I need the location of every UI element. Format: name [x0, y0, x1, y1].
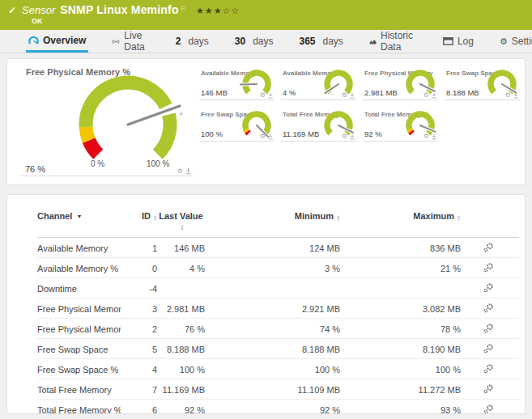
channel-id: 6	[121, 400, 157, 415]
gauge-value: 76 %	[25, 164, 45, 174]
channel-settings-icon[interactable]	[483, 364, 494, 374]
value-marker-icon: ✕	[179, 111, 183, 116]
channel-name: Available Memory	[37, 238, 121, 258]
gear-icon[interactable]: ⚙	[177, 168, 183, 175]
priority-stars[interactable]: ★★★☆☆	[196, 6, 240, 16]
gauge-actions: ⚙	[260, 92, 273, 99]
tab-historic-data[interactable]: Historic Data	[367, 30, 419, 53]
channel-name: Downtime	[37, 278, 121, 298]
gauge-actions: ⚙	[505, 92, 518, 99]
channel-id: 2	[121, 319, 157, 339]
column-header-id[interactable]: ID▲▼	[121, 206, 157, 238]
tab-bar: Overview Live Data 2 days 30 days 365 da…	[0, 30, 532, 53]
divider	[199, 141, 275, 142]
broadcast-icon	[112, 37, 120, 46]
column-header-last-value[interactable]: Last Value▲▼	[157, 206, 205, 238]
gauge-actions: ⚙	[260, 133, 273, 140]
gear-icon[interactable]: ⚙	[505, 92, 511, 99]
channel-settings-icon[interactable]	[483, 303, 494, 313]
channel-last-value: 100 %	[157, 359, 205, 379]
tab-live-data[interactable]: Live Data	[109, 30, 151, 53]
sort-icon: ▲▼	[336, 215, 340, 221]
chart-icon	[369, 37, 377, 46]
pin-icon[interactable]	[268, 93, 273, 99]
tab-label: Overview	[43, 35, 86, 46]
channel-row: Available Memory1146 MB124 MB836 MB	[37, 238, 519, 258]
divider	[445, 99, 520, 100]
small-gauge-cell: Total Free Memory % 92 % ⚙	[363, 105, 445, 146]
table-header-row: Channel▼ ID▲▼ Last Value▲▼ Minimum▲▼ Max…	[37, 206, 519, 238]
gauge-actions: ⚙	[423, 133, 436, 140]
small-gauge-cell: Total Free Memory 11.169 MB ⚙	[281, 105, 363, 146]
status-check-icon: ✓	[8, 5, 16, 16]
gauge-min-label: 0 %	[91, 159, 104, 168]
divider	[199, 99, 275, 100]
page-title: SNMP Linux Meminfo	[60, 3, 178, 16]
sort-icon: ▲▼	[153, 215, 157, 221]
status-badge: OK	[32, 17, 532, 25]
tab-365-days[interactable]: 365 days	[296, 30, 345, 53]
sort-icon: ▲▼	[181, 225, 185, 231]
channel-name: Total Free Memory	[37, 379, 121, 400]
channel-maximum: 3.082 MB	[340, 298, 461, 319]
channel-settings-icon[interactable]	[483, 324, 494, 333]
channel-settings-icon[interactable]	[483, 283, 494, 293]
divider	[21, 176, 193, 176]
channel-maximum	[340, 278, 461, 298]
pin-icon[interactable]	[350, 93, 355, 99]
gauge-icon	[28, 36, 39, 45]
tab-settings[interactable]: ⚙ Settings	[497, 30, 532, 53]
gear-icon[interactable]: ⚙	[423, 133, 429, 140]
gear-icon[interactable]: ⚙	[260, 133, 266, 140]
tab-30-days[interactable]: 30 days	[232, 30, 276, 53]
channel-settings-icon[interactable]	[483, 404, 494, 414]
pin-icon[interactable]	[268, 134, 273, 140]
channel-row: Total Free Memory711.169 MB11.109 MB11.2…	[37, 379, 519, 400]
channel-settings-icon[interactable]	[483, 263, 494, 273]
channel-row: Free Swap Space58.188 MB8.188 MB8.190 MB	[37, 339, 519, 359]
pin-icon[interactable]	[185, 168, 191, 175]
tab-label: days	[188, 36, 208, 47]
gauge-value: 146 MB	[201, 88, 228, 97]
channel-minimum: 2.921 MB	[205, 298, 340, 319]
channel-maximum: 836 MB	[340, 238, 461, 258]
channel-last-value	[157, 278, 205, 298]
object-kind-label: Sensor	[22, 4, 55, 16]
tab-log[interactable]: Log	[440, 30, 476, 53]
gear-icon[interactable]: ⚙	[260, 92, 266, 99]
small-gauge-cell: Available Memory 146 MB ⚙	[199, 64, 281, 104]
gear-icon[interactable]: ⚙	[423, 92, 429, 99]
channel-table-panel: Channel▼ ID▲▼ Last Value▲▼ Minimum▲▼ Max…	[6, 194, 526, 414]
channel-minimum: 11.109 MB	[205, 379, 340, 400]
channel-id: 1	[121, 238, 157, 258]
channel-settings-icon[interactable]	[483, 344, 494, 353]
pin-icon[interactable]	[350, 134, 355, 140]
column-header-channel[interactable]: Channel▼	[37, 206, 121, 238]
channel-name: Free Swap Space	[37, 339, 121, 359]
tab-label: Settings	[512, 36, 532, 47]
divider	[363, 141, 438, 142]
gauges-panel: Free Physical Memory % ✕ 0 % 100 % 76 % …	[6, 58, 526, 185]
gauge-actions: ⚙	[342, 133, 355, 140]
pin-icon[interactable]	[432, 134, 436, 140]
gear-icon[interactable]: ⚙	[342, 133, 347, 140]
channel-maximum: 100 %	[340, 359, 461, 379]
gauge-value: 2.981 MB	[364, 88, 398, 97]
channel-last-value: 2.981 MB	[157, 298, 205, 319]
column-header-minimum[interactable]: Minimum▲▼	[205, 206, 340, 238]
gauge-value: 8.188 MB	[446, 88, 479, 97]
channel-minimum	[205, 278, 340, 298]
tab-label: Historic Data	[381, 30, 417, 53]
pin-icon[interactable]	[432, 93, 436, 99]
sensor-header-banner: ✓ Sensor SNMP Linux Meminfo ⚐ ★★★☆☆ OK	[0, 0, 532, 30]
tab-2-days[interactable]: 2 days	[173, 30, 211, 53]
tab-overview[interactable]: Overview	[26, 30, 88, 53]
pin-icon[interactable]	[513, 93, 518, 99]
gear-icon[interactable]: ⚙	[342, 92, 347, 99]
channel-settings-icon[interactable]	[483, 384, 494, 394]
divider	[281, 99, 356, 100]
gauge-value: 92 %	[364, 129, 382, 138]
channel-last-value: 92 %	[157, 400, 205, 415]
channel-settings-icon[interactable]	[483, 243, 494, 252]
column-header-maximum[interactable]: Maximum▲▼	[340, 206, 461, 238]
